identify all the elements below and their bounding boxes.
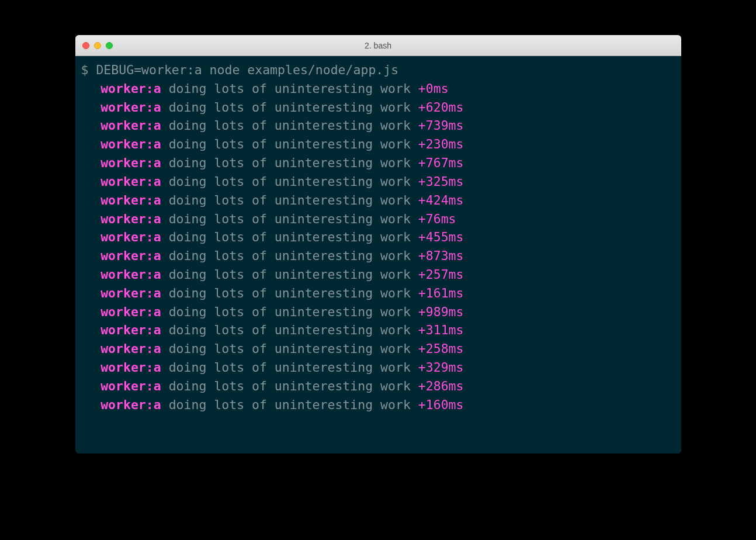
log-message: doing lots of uninteresting work [169, 81, 411, 96]
log-namespace: worker:a [100, 81, 161, 96]
log-indent [81, 340, 101, 358]
log-message: doing lots of uninteresting work [169, 286, 411, 300]
log-namespace: worker:a [100, 137, 161, 151]
log-timing: +258ms [418, 341, 464, 356]
close-icon[interactable] [82, 42, 89, 49]
log-indent [81, 191, 101, 210]
log-line: worker:a doing lots of uninteresting wor… [81, 135, 675, 154]
traffic-lights [82, 42, 113, 49]
log-indent [81, 377, 101, 396]
log-line: worker:a doing lots of uninteresting wor… [81, 321, 675, 340]
log-timing: +989ms [418, 304, 464, 319]
log-line: worker:a doing lots of uninteresting wor… [81, 154, 675, 172]
log-line: worker:a doing lots of uninteresting wor… [81, 284, 675, 303]
log-indent [81, 154, 101, 172]
log-timing: +424ms [418, 193, 464, 207]
log-namespace: worker:a [100, 230, 161, 244]
log-timing: +620ms [418, 100, 464, 115]
log-message: doing lots of uninteresting work [169, 360, 411, 375]
log-namespace: worker:a [100, 193, 161, 207]
log-message: doing lots of uninteresting work [169, 379, 411, 393]
log-message: doing lots of uninteresting work [169, 100, 411, 115]
log-namespace: worker:a [100, 174, 161, 189]
log-indent [81, 396, 101, 414]
log-timing: +0ms [418, 81, 449, 96]
log-line: worker:a doing lots of uninteresting wor… [81, 172, 675, 191]
maximize-icon[interactable] [106, 42, 113, 49]
log-namespace: worker:a [100, 304, 161, 319]
log-timing: +161ms [418, 286, 464, 300]
log-timing: +76ms [418, 212, 456, 226]
log-indent [81, 358, 101, 377]
log-timing: +160ms [418, 397, 464, 412]
log-namespace: worker:a [100, 341, 161, 356]
log-timing: +873ms [418, 248, 464, 263]
log-indent [81, 172, 101, 191]
log-message: doing lots of uninteresting work [169, 212, 411, 226]
log-indent [81, 303, 101, 321]
log-namespace: worker:a [100, 379, 161, 393]
log-line: worker:a doing lots of uninteresting wor… [81, 228, 675, 247]
log-line: worker:a doing lots of uninteresting wor… [81, 265, 675, 284]
log-timing: +325ms [418, 174, 464, 189]
log-message: doing lots of uninteresting work [169, 118, 411, 133]
log-timing: +257ms [418, 267, 464, 282]
log-indent [81, 284, 101, 303]
log-namespace: worker:a [100, 100, 161, 115]
log-timing: +767ms [418, 155, 464, 170]
log-namespace: worker:a [100, 286, 161, 300]
log-timing: +455ms [418, 230, 464, 244]
prompt-symbol: $ [81, 63, 89, 77]
log-line: worker:a doing lots of uninteresting wor… [81, 247, 675, 265]
log-message: doing lots of uninteresting work [169, 341, 411, 356]
log-indent [81, 228, 101, 247]
log-line: worker:a doing lots of uninteresting wor… [81, 358, 675, 377]
log-timing: +286ms [418, 379, 464, 393]
log-message: doing lots of uninteresting work [169, 304, 411, 319]
log-namespace: worker:a [100, 397, 161, 412]
log-message: doing lots of uninteresting work [169, 267, 411, 282]
terminal-window: 2. bash $ DEBUG=worker:a node examples/n… [75, 35, 681, 454]
log-line: worker:a doing lots of uninteresting wor… [81, 98, 675, 117]
log-indent [81, 79, 101, 98]
log-message: doing lots of uninteresting work [169, 155, 411, 170]
log-line: worker:a doing lots of uninteresting wor… [81, 396, 675, 414]
log-namespace: worker:a [100, 360, 161, 375]
log-timing: +329ms [418, 360, 464, 375]
log-line: worker:a doing lots of uninteresting wor… [81, 79, 675, 98]
log-indent [81, 98, 101, 117]
log-line: worker:a doing lots of uninteresting wor… [81, 340, 675, 358]
command-text: DEBUG=worker:a node examples/node/app.js [96, 63, 398, 77]
log-timing: +311ms [418, 323, 464, 337]
command-line: $ DEBUG=worker:a node examples/node/app.… [81, 61, 675, 79]
log-line: worker:a doing lots of uninteresting wor… [81, 377, 675, 396]
log-namespace: worker:a [100, 155, 161, 170]
log-message: doing lots of uninteresting work [169, 174, 411, 189]
log-message: doing lots of uninteresting work [169, 397, 411, 412]
log-indent [81, 265, 101, 284]
log-indent [81, 247, 101, 265]
window-titlebar[interactable]: 2. bash [75, 35, 681, 56]
log-message: doing lots of uninteresting work [169, 248, 411, 263]
log-namespace: worker:a [100, 323, 161, 337]
log-message: doing lots of uninteresting work [169, 323, 411, 337]
log-output: worker:a doing lots of uninteresting wor… [81, 79, 675, 414]
log-message: doing lots of uninteresting work [169, 137, 411, 151]
terminal-body[interactable]: $ DEBUG=worker:a node examples/node/app.… [75, 56, 681, 454]
log-indent [81, 210, 101, 229]
log-namespace: worker:a [100, 212, 161, 226]
log-line: worker:a doing lots of uninteresting wor… [81, 116, 675, 135]
log-message: doing lots of uninteresting work [169, 193, 411, 207]
log-timing: +739ms [418, 118, 464, 133]
log-indent [81, 321, 101, 340]
log-line: worker:a doing lots of uninteresting wor… [81, 303, 675, 321]
minimize-icon[interactable] [94, 42, 101, 49]
log-timing: +230ms [418, 137, 464, 151]
log-line: worker:a doing lots of uninteresting wor… [81, 210, 675, 229]
log-indent [81, 135, 101, 154]
log-namespace: worker:a [100, 267, 161, 282]
log-namespace: worker:a [100, 118, 161, 133]
log-line: worker:a doing lots of uninteresting wor… [81, 191, 675, 210]
log-message: doing lots of uninteresting work [169, 230, 411, 244]
window-title: 2. bash [365, 41, 391, 50]
